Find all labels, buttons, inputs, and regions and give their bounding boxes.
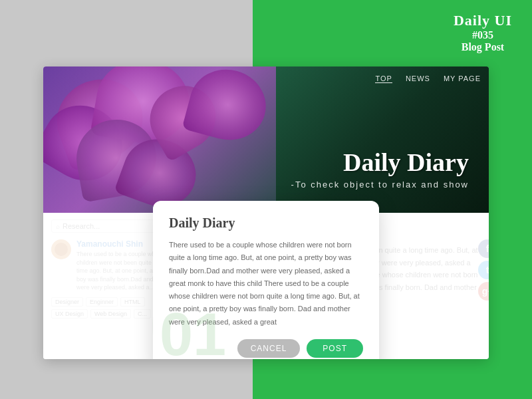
nav-top[interactable]: TOP <box>375 74 392 83</box>
modal-title: Daily Diary <box>169 215 363 231</box>
brand-number: #035 <box>454 29 512 41</box>
hero-nav: TOP NEWS MY PAGE <box>375 74 481 83</box>
cancel-button[interactable]: CANCEL <box>237 339 301 358</box>
hero-dark-overlay <box>276 66 489 213</box>
modal-overlay: 01 Daily Diary There used to be a couple… <box>43 213 489 359</box>
hero-text: Daily Diary -To check object to relax an… <box>291 148 469 190</box>
modal-footer: CANCEL POST <box>169 339 363 358</box>
blog-container: TOP NEWS MY PAGE Daily Diary -To check o… <box>43 66 489 359</box>
brand-label: Daily UI #035 Blog Post <box>454 12 512 53</box>
hero-section: TOP NEWS MY PAGE Daily Diary -To check o… <box>43 66 489 213</box>
modal-dialog: 01 Daily Diary There used to be a couple… <box>153 201 379 359</box>
brand-type: Blog Post <box>454 41 512 53</box>
blog-content: ⌕ Yamanouchi Shin There used to be a cou… <box>43 213 489 359</box>
brand-title: Daily UI <box>454 12 512 29</box>
hero-subtitle: -To check object to relax and show <box>291 180 469 190</box>
nav-news[interactable]: NEWS <box>406 74 430 83</box>
modal-body: There used to be a couple whose children… <box>169 239 363 329</box>
nav-mypage[interactable]: MY PAGE <box>444 74 481 83</box>
post-button[interactable]: POST <box>307 339 363 358</box>
hero-title: Daily Diary <box>291 148 469 177</box>
